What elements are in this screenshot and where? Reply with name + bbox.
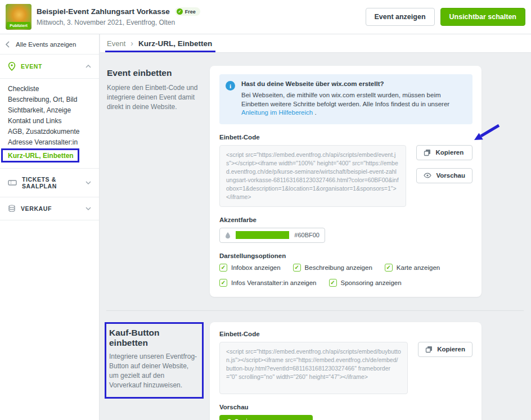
free-check-icon: ✓ (177, 8, 183, 15)
copy-icon (425, 346, 433, 353)
embed-event-description: Kopiere den Einbett-Code und integriere … (107, 83, 202, 112)
sidebar-event-label: EVENT (21, 63, 42, 70)
sidebar-section-event[interactable]: EVENT (0, 55, 99, 78)
checkbox-infobox-anzeigen[interactable]: ✓ Infobox anzeigen (219, 264, 281, 272)
free-badge: ✓ Free (175, 7, 200, 16)
eye-icon (424, 173, 431, 178)
copy-buy-code-button[interactable]: Kopieren (418, 342, 472, 357)
checkbox-checked-icon[interactable]: ✓ (219, 279, 227, 287)
checkbox-checked-icon[interactable]: ✓ (219, 264, 227, 272)
accent-color-hex: #60BF00 (294, 232, 320, 238)
wix-infobox: i Hast du deine Webseite über wix.com er… (219, 74, 472, 124)
embed-code-label: Einbett-Code (219, 134, 472, 141)
embed-event-title: Event einbetten (107, 68, 202, 78)
accent-color-picker[interactable]: #60BF00 (219, 228, 325, 243)
infobox-body: Bei Webseiten, die mithilfe von wix.com … (241, 91, 461, 118)
sidebar-tickets-label: TICKETS & SAALPLAN (22, 176, 80, 189)
droplet-icon (225, 232, 231, 239)
sidebar-section-verkauf[interactable]: VERKAUF (0, 197, 99, 220)
section-embed-event: Event einbetten Kopiere den Einbett-Code… (106, 66, 531, 297)
sidebar-item-kontakt-und-links[interactable]: Kontakt und Links (0, 116, 99, 127)
content: Event einbetten Kopiere den Einbett-Code… (100, 53, 531, 420)
tickets-kaufen-button[interactable]: Tickets kaufen (219, 415, 313, 420)
info-icon: i (226, 81, 235, 91)
header: Publiziert Beispiel-Event Zahlungsart Vo… (0, 0, 531, 34)
back-to-events-link[interactable]: Alle Events anzeigen (0, 34, 99, 54)
sidebar-item-beschreibung-ort-bild[interactable]: Beschreibung, Ort, Bild (0, 94, 99, 105)
chevron-left-icon (5, 41, 10, 48)
published-badge: Publiziert (7, 22, 30, 29)
sidebar-item-agb-zusatzdokumente[interactable]: AGB, Zusatzdokumente (0, 127, 99, 137)
event-header-info: Beispiel-Event Zahlungsart Vorkasse ✓ Fr… (37, 7, 200, 26)
sidebar-item-sichtbarkeit-anzeige[interactable]: Sichtbarkeit, Anzeige (0, 105, 99, 116)
buy-preview-label: Vorschau (219, 404, 472, 410)
checkbox-beschreibung-anzeigen[interactable]: ✓ Beschreibung anzeigen (293, 264, 372, 272)
preview-embed-button[interactable]: Vorschau (416, 168, 472, 183)
display-options-label: Darstellungsoptionen (219, 252, 472, 259)
infobox-title: Hast du deine Webseite über wix.com erst… (241, 80, 461, 87)
sidebar-item-adresse-veranstalter[interactable]: Adresse Veranstalter:in (0, 137, 99, 148)
ticket-icon (8, 179, 17, 186)
buy-button-title: Kauf-Button einbetten (109, 328, 197, 348)
back-link-label: Alle Events anzeigen (16, 41, 76, 48)
copy-embed-code-button[interactable]: Kopieren (416, 145, 472, 160)
preview-button-label: Vorschau (436, 172, 465, 179)
checkbox-checked-icon[interactable]: ✓ (329, 279, 337, 287)
help-link[interactable]: Anleitung im Hilfebereich (241, 109, 313, 116)
checkbox-karte-anzeigen[interactable]: ✓ Karte anzeigen (385, 264, 440, 272)
sidebar-item-kurz-url-einbetten[interactable]: Kurz-URL, Einbetten (8, 152, 74, 160)
annotation-box-active-item: Kurz-URL, Einbetten (1, 148, 79, 162)
accent-color-swatch (236, 231, 289, 239)
breadcrumb-separator-icon: › (130, 39, 133, 48)
location-pin-icon (8, 62, 16, 71)
embed-event-card: i Hast du deine Webseite über wix.com er… (210, 66, 482, 297)
event-meta: Mittwoch, 3. November 2021, Eventfrog, O… (37, 19, 200, 26)
sidebar-verkauf-label: VERKAUF (21, 205, 52, 212)
chevron-up-icon (86, 65, 91, 68)
chevron-down-icon (86, 207, 91, 210)
accent-color-label: Akzentfarbe (219, 216, 472, 223)
buy-button-card: Einbett-Code <script src="https://embed.… (210, 322, 482, 420)
event-title: Beispiel-Event Zahlungsart Vorkasse (37, 7, 170, 16)
sidebar-section-tickets-saalplan[interactable]: TICKETS & SAALPLAN (0, 169, 99, 197)
sidebar: Alle Events anzeigen EVENT Checkliste Be… (0, 34, 100, 420)
sidebar-event-items: Checkliste Beschreibung, Ort, Bild Sicht… (0, 79, 99, 168)
buy-embed-code-box[interactable]: <script src="https://embed.eventfrog.ch/… (219, 342, 408, 394)
infobox-text: Bei Webseiten, die mithilfe von wix.com … (241, 92, 449, 107)
annotation-underline-breadcrumb (105, 51, 215, 52)
copy-button-label: Kopieren (435, 149, 464, 156)
section-divider (106, 310, 524, 311)
section-embed-buy-button: Kauf-Button einbetten Integriere unseren… (106, 322, 531, 420)
copy-button-label: Kopieren (437, 346, 465, 353)
embed-event-intro: Event einbetten Kopiere den Einbett-Code… (106, 66, 210, 112)
checkbox-sponsoring-anzeigen[interactable]: ✓ Sponsoring anzeigen (329, 279, 402, 287)
sidebar-item-checkliste[interactable]: Checkliste (0, 84, 99, 94)
set-invisible-button[interactable]: Unsichtbar schalten (440, 8, 525, 26)
chevron-down-icon (86, 181, 91, 184)
checkbox-checked-icon[interactable]: ✓ (293, 264, 301, 272)
free-badge-label: Free (185, 9, 196, 15)
breadcrumb-current: Kurz-URL, Einbetten (138, 39, 212, 48)
annotation-box-buy-button-intro: Kauf-Button einbetten Integriere unseren… (105, 322, 204, 399)
checkbox-infos-veranstalter-anzeigen[interactable]: ✓ Infos Veranstalter:in anzeigen (219, 279, 317, 287)
breadcrumb: Event › Kurz-URL, Einbetten (100, 34, 531, 53)
main-area: Event › Kurz-URL, Einbetten Event einbet… (100, 34, 531, 420)
infobox-text-after: . (313, 109, 316, 116)
event-thumbnail[interactable]: Publiziert (6, 4, 32, 30)
copy-icon (424, 149, 431, 156)
buy-button-description: Integriere unseren Eventfrog-Button auf … (109, 352, 197, 390)
embed-code-box[interactable]: <script src="https://embed.eventfrog.ch/… (219, 145, 406, 207)
coins-icon (8, 205, 16, 213)
show-event-button[interactable]: Event anzeigen (366, 8, 435, 26)
buy-embed-code-label: Einbett-Code (219, 331, 472, 337)
checkbox-checked-icon[interactable]: ✓ (385, 264, 393, 272)
breadcrumb-event-link[interactable]: Event (107, 39, 125, 48)
